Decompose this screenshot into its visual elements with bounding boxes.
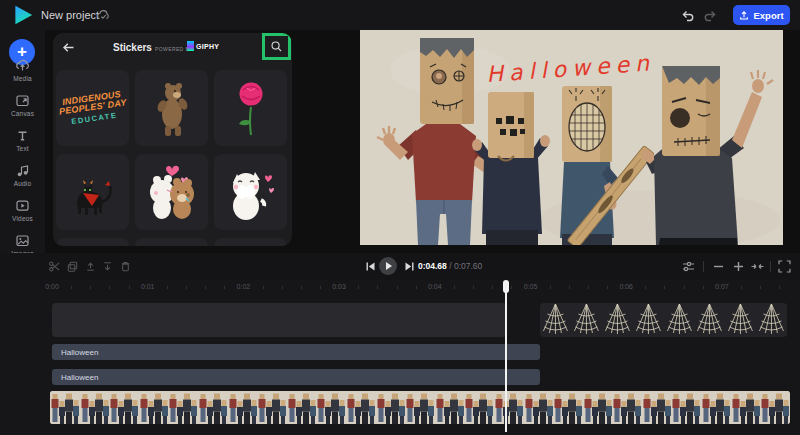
ruler-tick xyxy=(320,286,321,289)
delete-trash-icon[interactable] xyxy=(119,260,132,273)
sticker-clip-empty[interactable] xyxy=(52,303,507,337)
ruler-tick xyxy=(224,286,225,289)
sticker-text: INDIGENOUS PEOPLES' DAY EDUCATE xyxy=(57,89,128,127)
duplicate-icon[interactable] xyxy=(66,260,79,273)
export-button[interactable]: Export xyxy=(733,5,790,25)
timeline[interactable]: 0:000:010:020:030:040:050:060:07 Hallowe… xyxy=(0,280,800,435)
spider-web-sticker xyxy=(694,303,725,335)
playhead-line xyxy=(505,282,507,432)
redo-icon[interactable] xyxy=(702,7,718,23)
play-button[interactable] xyxy=(379,257,397,275)
video-thumbnail xyxy=(671,391,701,424)
spider-web-sticker xyxy=(756,303,787,335)
sticker-dancing-bear[interactable] xyxy=(135,70,208,146)
back-arrow-icon[interactable] xyxy=(61,40,76,55)
ruler-tick xyxy=(397,286,398,289)
text-clip-halloween-2[interactable]: Halloween xyxy=(52,369,540,385)
total-time: 0:07.60 xyxy=(454,261,482,271)
text-clip-label: Halloween xyxy=(61,373,98,382)
sticker-pink-rose[interactable] xyxy=(214,70,287,146)
text-clip-halloween-1[interactable]: Halloween xyxy=(52,344,540,360)
ruler-tick xyxy=(90,286,91,289)
spider-web-sticker xyxy=(633,303,664,335)
giphy-logo: GIPHY xyxy=(187,41,219,51)
sidebar-item-videos[interactable]: Videos xyxy=(0,198,45,230)
spider-web-sticker xyxy=(571,303,602,335)
video-thumbnail xyxy=(760,391,790,424)
video-thumbnail xyxy=(553,391,583,424)
ruler-label: 0:05 xyxy=(517,283,545,290)
video-thumbnail xyxy=(168,391,198,424)
ruler-tick xyxy=(473,286,474,289)
ruler-tick xyxy=(129,286,130,289)
ruler-label: 0:06 xyxy=(612,283,640,290)
video-thumbnail xyxy=(612,391,642,424)
videos-icon xyxy=(15,198,30,213)
video-clip-filmstrip[interactable] xyxy=(50,391,790,424)
send-backward-icon[interactable] xyxy=(101,260,114,273)
video-preview[interactable]: Halloween xyxy=(360,30,783,245)
spider-web-sticker xyxy=(540,303,571,335)
sticker-tile-partial[interactable] xyxy=(56,238,129,246)
sticker-halloween-black-cat[interactable] xyxy=(56,154,129,230)
ruler-label: 0:02 xyxy=(229,283,257,290)
audio-note-icon xyxy=(15,163,30,178)
export-label: Export xyxy=(753,10,783,21)
zoom-in-icon[interactable] xyxy=(731,259,746,274)
ruler-tick xyxy=(492,286,493,289)
ruler-tick xyxy=(301,286,302,289)
video-thumbnail xyxy=(405,391,435,424)
video-thumbnail xyxy=(701,391,731,424)
ruler-tick xyxy=(416,286,417,289)
split-scissors-icon[interactable] xyxy=(48,260,61,273)
timeline-ruler[interactable]: 0:000:010:020:030:040:050:060:07 xyxy=(0,280,800,296)
video-thumbnail xyxy=(642,391,672,424)
search-icon[interactable] xyxy=(270,40,283,53)
app-logo-icon[interactable] xyxy=(13,5,33,25)
adjust-tracks-icon[interactable] xyxy=(681,259,696,274)
ruler-tick xyxy=(377,286,378,289)
ruler-tick xyxy=(263,286,264,289)
ruler-tick xyxy=(167,286,168,289)
ruler-tick xyxy=(550,286,551,289)
ruler-label: 0:03 xyxy=(325,283,353,290)
sticker-kissing-bears[interactable] xyxy=(135,154,208,230)
current-time: 0:04.68 xyxy=(418,261,447,271)
video-thumbnail xyxy=(109,391,139,424)
ruler-tick xyxy=(588,286,589,289)
sidebar-item-text[interactable]: Text xyxy=(0,128,45,160)
playhead[interactable] xyxy=(502,280,510,432)
sticker-clip-spider-webs[interactable] xyxy=(540,303,787,337)
fit-timeline-icon[interactable] xyxy=(750,259,765,274)
sidebar-item-media[interactable]: Media xyxy=(0,58,45,90)
timecode: 0:04.68 / 0:07.60 xyxy=(418,261,482,271)
ruler-tick xyxy=(741,286,742,289)
video-thumbnail xyxy=(228,391,258,424)
video-thumbnail xyxy=(524,391,554,424)
media-upload-icon xyxy=(15,58,30,73)
sticker-tile-partial[interactable] xyxy=(135,238,208,246)
ruler-tick xyxy=(684,286,685,289)
spider-web-sticker xyxy=(602,303,633,335)
bear-sticker-image xyxy=(144,78,200,138)
video-thumbnail xyxy=(287,391,317,424)
ruler-label: 0:01 xyxy=(134,283,162,290)
ruler-tick xyxy=(454,286,455,289)
next-frame-icon[interactable] xyxy=(402,259,417,274)
sidebar-item-audio[interactable]: Audio xyxy=(0,163,45,195)
fullscreen-icon[interactable] xyxy=(777,259,792,274)
sticker-tile-partial[interactable] xyxy=(214,238,287,246)
video-thumbnail xyxy=(80,391,110,424)
ruler-tick xyxy=(205,286,206,289)
ruler-tick xyxy=(645,286,646,289)
ruler-tick xyxy=(282,286,283,289)
sticker-white-cat-hearts[interactable] xyxy=(214,154,287,230)
bring-forward-icon[interactable] xyxy=(84,260,97,273)
prev-frame-icon[interactable] xyxy=(363,259,378,274)
video-editor-app: New project Export + Media xyxy=(0,0,800,435)
ruler-tick xyxy=(109,286,110,289)
sidebar-item-canvas[interactable]: Canvas xyxy=(0,93,45,125)
sticker-indigenous-peoples-day[interactable]: INDIGENOUS PEOPLES' DAY EDUCATE xyxy=(56,70,129,146)
zoom-out-icon[interactable] xyxy=(711,259,726,274)
undo-icon[interactable] xyxy=(680,7,696,23)
